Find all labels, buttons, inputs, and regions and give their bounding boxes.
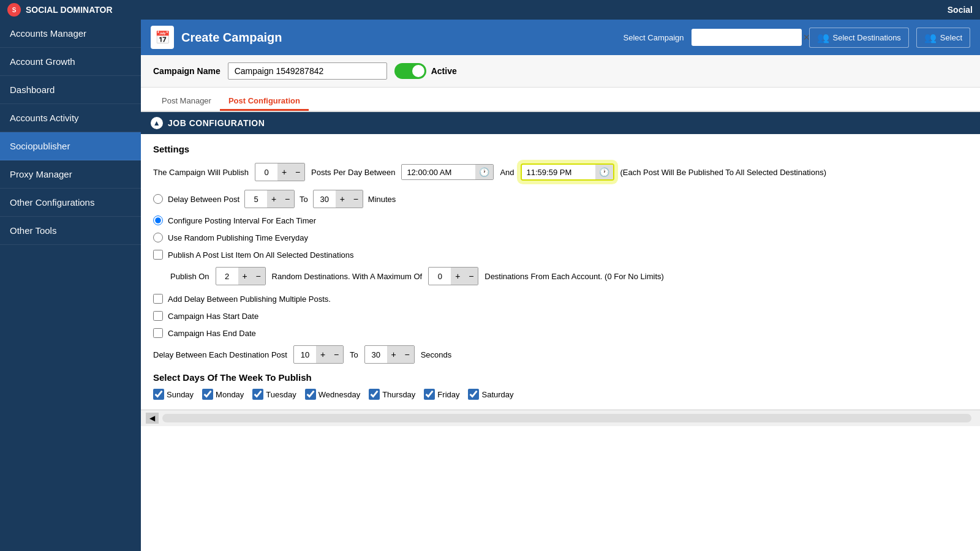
- tab-post-configuration[interactable]: Post Configuration: [220, 92, 309, 111]
- day-item-saturday: Saturday: [468, 389, 513, 400]
- start-date-checkbox[interactable]: [153, 311, 163, 321]
- delay-to-input[interactable]: [314, 192, 336, 206]
- max-count-minus[interactable]: −: [464, 268, 478, 285]
- day-checkbox-tuesday[interactable]: [252, 389, 263, 400]
- delay-dest-from-input[interactable]: [294, 348, 316, 362]
- app-logo: S: [7, 3, 21, 17]
- delay-to-minus[interactable]: −: [349, 190, 363, 208]
- day-item-friday: Friday: [424, 389, 459, 400]
- delay-dest-to-input[interactable]: [365, 348, 387, 362]
- select-campaign-field[interactable]: [695, 33, 798, 42]
- configure-timer-radio[interactable]: [153, 216, 163, 225]
- delay-dest-from-stepper[interactable]: + −: [293, 345, 344, 364]
- tab-row: Post Manager Post Configuration: [141, 88, 980, 112]
- sidebar-item-accounts-manager[interactable]: Accounts Manager: [0, 20, 141, 48]
- and-label: And: [500, 168, 514, 177]
- publish-count-minus[interactable]: −: [291, 163, 304, 181]
- time-from-clock-button[interactable]: 🕐: [475, 165, 493, 179]
- publish-config-row: The Campaign Will Publish + − Posts Per …: [153, 163, 968, 181]
- max-count-stepper[interactable]: + −: [428, 267, 478, 285]
- publish-count-input[interactable]: [255, 165, 277, 179]
- publish-on-minus[interactable]: −: [252, 268, 265, 285]
- title-bar: S SOCIAL DOMINATOR Social: [0, 0, 980, 20]
- campaign-name-input[interactable]: [228, 62, 387, 80]
- publish-label: The Campaign Will Publish: [153, 168, 249, 177]
- day-checkbox-monday[interactable]: [202, 389, 213, 400]
- day-item-thursday: Thursday: [369, 389, 415, 400]
- publish-count-plus[interactable]: +: [277, 163, 291, 181]
- collapse-button[interactable]: ▲: [151, 117, 163, 129]
- delay-dest-to-plus[interactable]: +: [387, 346, 401, 363]
- day-checkbox-thursday[interactable]: [369, 389, 380, 400]
- page-title: Create Campaign: [181, 31, 616, 45]
- select-icon: 👥: [924, 32, 937, 43]
- time-to-field[interactable]: [522, 165, 595, 179]
- add-delay-multiple-checkbox[interactable]: [153, 294, 163, 304]
- publish-on-label: Publish On: [170, 272, 209, 281]
- delay-radio[interactable]: [153, 194, 163, 204]
- posts-per-day-label: Posts Per Day Between: [311, 168, 395, 177]
- sidebar-item-sociopublisher[interactable]: Sociopublisher: [0, 132, 141, 160]
- sidebar-item-other-configurations[interactable]: Other Configurations: [0, 189, 141, 217]
- delay-dest-from-minus[interactable]: −: [330, 346, 343, 363]
- publish-count-stepper[interactable]: + −: [255, 163, 305, 181]
- publish-list-checkbox[interactable]: [153, 250, 163, 260]
- random-dest-label: Random Destinations. With A Maximum Of: [272, 272, 423, 281]
- add-delay-multiple-label: Add Delay Between Publishing Multiple Po…: [168, 294, 331, 304]
- publish-on-stepper[interactable]: + −: [216, 267, 266, 285]
- toggle-btn[interactable]: [394, 63, 426, 79]
- sidebar-item-account-growth[interactable]: Account Growth: [0, 48, 141, 76]
- select-days-label: Select Days Of The Week To Publish: [153, 372, 968, 383]
- day-checkbox-friday[interactable]: [424, 389, 435, 400]
- delay-to-stepper[interactable]: + −: [313, 190, 363, 208]
- configure-timer-label: Configure Posting Interval For Each Time…: [168, 216, 316, 225]
- destinations-icon: 👥: [817, 32, 829, 43]
- delay-dest-to-stepper[interactable]: + −: [364, 345, 415, 364]
- day-item-tuesday: Tuesday: [252, 389, 296, 400]
- time-from-input[interactable]: 🕐: [401, 164, 494, 180]
- start-date-label: Campaign Has Start Date: [168, 312, 258, 321]
- use-random-label: Use Random Publishing Time Everyday: [168, 233, 308, 242]
- delay-from-input[interactable]: [245, 192, 267, 206]
- delay-from-minus[interactable]: −: [281, 190, 294, 208]
- publish-on-plus[interactable]: +: [238, 268, 252, 285]
- use-random-radio[interactable]: [153, 233, 163, 242]
- time-from-field[interactable]: [402, 165, 475, 179]
- tab-post-manager[interactable]: Post Manager: [153, 92, 220, 111]
- day-label-friday: Friday: [437, 390, 459, 399]
- scroll-track[interactable]: [162, 414, 971, 422]
- day-checkbox-wednesday[interactable]: [305, 389, 316, 400]
- sidebar-item-proxy-manager[interactable]: Proxy Manager: [0, 160, 141, 189]
- day-checkbox-saturday[interactable]: [468, 389, 479, 400]
- delay-dest-to-minus[interactable]: −: [401, 346, 414, 363]
- active-label: Active: [431, 66, 457, 76]
- minutes-label: Minutes: [368, 195, 396, 204]
- add-delay-multiple-row: Add Delay Between Publishing Multiple Po…: [153, 294, 968, 304]
- max-count-plus[interactable]: +: [451, 268, 464, 285]
- active-toggle[interactable]: Active: [394, 63, 457, 79]
- select-destinations-button[interactable]: 👥 Select Destinations: [809, 28, 909, 48]
- publish-on-count-input[interactable]: [216, 269, 238, 283]
- sidebar-item-other-tools[interactable]: Other Tools: [0, 217, 141, 245]
- delay-dest-post-row: Delay Between Each Destination Post + − …: [153, 345, 968, 364]
- time-to-input[interactable]: 🕐: [521, 163, 614, 181]
- delay-from-plus[interactable]: +: [267, 190, 281, 208]
- scroll-left-button[interactable]: ◀: [146, 413, 159, 424]
- time-to-clock-button[interactable]: 🕐: [595, 165, 613, 179]
- day-label-saturday: Saturday: [481, 390, 513, 399]
- sidebar: Accounts ManagerAccount GrowthDashboardA…: [0, 20, 141, 551]
- select-button[interactable]: 👥 Select: [916, 28, 970, 48]
- max-count-input[interactable]: [429, 269, 451, 283]
- horizontal-scrollbar: ◀: [141, 410, 980, 426]
- settings-title: Settings: [153, 144, 968, 154]
- end-date-checkbox[interactable]: [153, 328, 163, 338]
- sidebar-item-accounts-activity[interactable]: Accounts Activity: [0, 104, 141, 132]
- day-label-tuesday: Tuesday: [266, 390, 296, 399]
- sidebar-item-dashboard[interactable]: Dashboard: [0, 76, 141, 104]
- delay-dest-from-plus[interactable]: +: [316, 346, 330, 363]
- day-item-wednesday: Wednesday: [305, 389, 360, 400]
- delay-from-stepper[interactable]: + −: [244, 190, 295, 208]
- each-post-label: (Each Post Will Be Published To All Sele…: [620, 168, 826, 177]
- delay-to-plus[interactable]: +: [336, 190, 349, 208]
- day-checkbox-sunday[interactable]: [153, 389, 164, 400]
